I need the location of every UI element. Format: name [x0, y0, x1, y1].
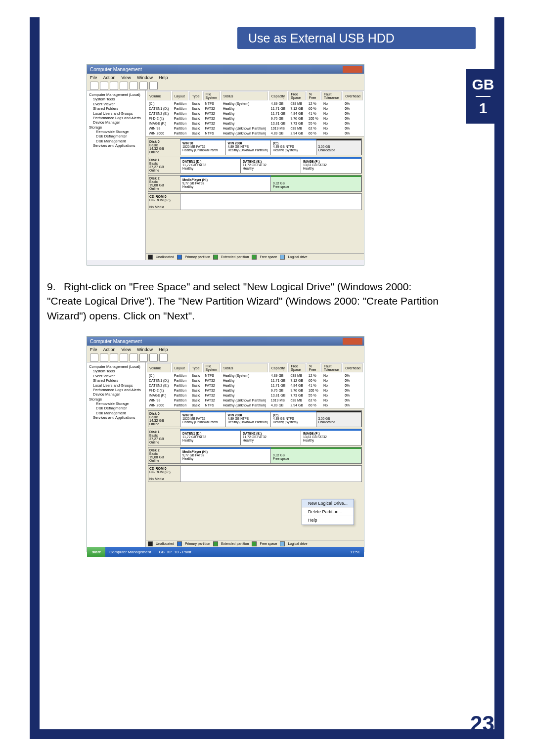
tree-node: Disk Management [89, 139, 143, 143]
screenshot-disk-management-1: Computer Management FileActionViewWindow… [87, 64, 364, 266]
volume-list-table: VolumeLayoutTypeFile SystemStatusCapacit… [146, 362, 364, 408]
window-titlebar: Computer Management [87, 65, 364, 74]
table-row: (C:)PartitionBasicNTFSHealthy (System)4,… [147, 101, 363, 105]
tree-node: Shared Folders [89, 378, 143, 383]
partition-block: WIN 981020 MB FAT32Healthy (Unknown Part… [180, 139, 226, 155]
tree-node: Services and Applications [89, 415, 143, 420]
table-row: IMAGE (F:)PartitionBasicFAT32Healthy13,8… [147, 121, 363, 125]
table-row: FI-D-2 (I:)PartitionBasicFAT32Healthy9,7… [147, 388, 363, 392]
partition-block: IMAGE (F:)13,83 GB FAT32Healthy [301, 157, 361, 173]
screenshot-disk-management-2: Computer Management FileActionViewWindow… [87, 336, 364, 552]
partition-block: 9,32 GBFree space [271, 447, 361, 463]
disk-row: Disk 2Basic19,08 GBOnlineMediaPlayer (H:… [148, 175, 362, 192]
column-header: Status [221, 91, 268, 100]
partition-block: 9,32 GBFree space [271, 176, 361, 191]
tree-node: Storage [89, 397, 143, 401]
column-header: Layout [172, 363, 189, 372]
taskbar-app: GB_XP_10 - Paint [155, 550, 195, 554]
disk-row: Disk 2Basic19,08 GBOnlineMediaPlayer (H:… [148, 447, 362, 464]
legend-label: Free space [260, 542, 277, 545]
table-row: FI-D-2 (I:)PartitionBasicFAT32Healthy9,7… [147, 116, 363, 120]
table-row: DATEN2 (E:)PartitionBasicFAT32Healthy11,… [147, 383, 363, 387]
menu-item: View [122, 75, 131, 80]
disk-row: Disk 0Basic14,32 GBOnlineWIN 981020 MB F… [148, 138, 362, 155]
tree-node: Removable Storage [89, 130, 143, 134]
context-menu-item: Delete Partition... [302, 508, 354, 516]
back-icon [90, 82, 98, 90]
column-header: File System [203, 363, 220, 372]
legend-label: Free space [260, 255, 277, 259]
menu-item: Window [137, 75, 153, 80]
partition-block: WIN 20004,89 GB NTFSHealthy (Unknown Par… [226, 411, 271, 427]
toolbar [87, 353, 364, 362]
toolbar-icon [130, 82, 138, 90]
page-number: 23 [470, 712, 494, 736]
tree-node: Disk Defragmenter [89, 406, 143, 410]
tree-node: Local Users and Groups [89, 383, 143, 388]
language-page-indicator: GB 1 [466, 69, 500, 124]
tree-node: Performance Logs and Alerts [89, 116, 143, 120]
toolbar-icon [120, 82, 128, 90]
window-titlebar: Computer Management [87, 337, 364, 346]
column-header: Fault Tolerance [321, 91, 342, 100]
column-header: Overhead [343, 91, 363, 100]
context-menu-item: Help [302, 516, 354, 525]
partition-block: (C:)4,89 GB NTFSHealthy (System) [271, 139, 316, 155]
legend-label: Unallocated [156, 542, 174, 545]
tree-node: Shared Folders [89, 106, 143, 111]
column-header: Type [189, 363, 202, 372]
cdrom-row: CD-ROM 0CD-ROM (G:)No Media [148, 465, 362, 482]
legend-label: Extended partition [221, 542, 249, 545]
partition-legend: UnallocatedPrimary partitionExtended par… [146, 253, 364, 260]
table-row: WIN 98PartitionBasicFAT32Healthy (Unknow… [147, 398, 363, 402]
tree-node: Services and Applications [89, 143, 143, 148]
section-header: Use as External USB HDD [237, 27, 476, 49]
toolbar-icon [159, 354, 168, 362]
tree-node: Performance Logs and Alerts [89, 388, 143, 392]
legend-label: Extended partition [221, 255, 249, 259]
toolbar-icon [149, 354, 158, 362]
table-row: (C:)PartitionBasicNTFSHealthy (System)4,… [147, 373, 363, 377]
toolbar-icon [110, 354, 118, 362]
table-row: WIN 2000PartitionBasicNTFSHealthy (Unkno… [147, 403, 363, 407]
menu-item: Action [103, 347, 116, 352]
start-button: start [87, 547, 105, 557]
partition-block: 3,55 GBUnallocated [316, 139, 362, 155]
disk-graphical-view: Disk 0Basic14,32 GBOnlineWIN 981020 MB F… [146, 408, 364, 540]
column-header: Volume [147, 363, 171, 372]
column-header: Free Space [288, 91, 305, 100]
partition-block: 3,55 GBUnallocated [316, 411, 362, 427]
tree-node: Device Manager [89, 120, 143, 125]
partition-block: MediaPlayer (H:)9,77 GB FAT32Healthy [180, 447, 271, 463]
partition-block: DATEN1 (D:)11,72 GB FAT32Healthy [180, 157, 241, 173]
toolbar [87, 81, 364, 90]
column-header: % Free [307, 363, 320, 372]
fwd-icon [100, 354, 108, 362]
legend-label: Primary partition [185, 542, 210, 545]
tree-node: Device Manager [89, 392, 143, 397]
tree-node: Storage [89, 125, 143, 130]
legend-label: Logical drive [288, 542, 307, 545]
tree-node: Disk Management [89, 411, 143, 415]
column-header: Free Space [288, 363, 305, 372]
partition-block: WIN 981020 MB FAT32Healthy (Unknown Part… [180, 411, 226, 427]
toolbar-icon [130, 354, 138, 362]
column-header: Capacity [269, 363, 288, 372]
tree-node: Computer Management (Local) [89, 364, 143, 369]
context-menu: New Logical Drive...Delete Partition...H… [302, 499, 354, 525]
disk-row: Disk 1Basic37,27 GBOnlineDATEN1 (D:)11,7… [148, 429, 362, 445]
cdrom-row: CD-ROM 0CD-ROM (G:)No Media [148, 193, 362, 210]
tree-node: Disk Defragmenter [89, 134, 143, 138]
partition-block: (C:)4,89 GB NTFSHealthy (System) [271, 411, 316, 427]
menu-bar: FileActionViewWindowHelp [87, 74, 364, 81]
menu-item: File [90, 347, 97, 352]
taskbar-app: Computer Management [105, 550, 155, 554]
navigation-tree: Computer Management (Local)System ToolsE… [87, 90, 146, 260]
tree-node: Event Viewer [89, 102, 143, 106]
column-header: Fault Tolerance [321, 363, 342, 372]
partition-block: WIN 20004,89 GB NTFSHealthy (Unknown Par… [226, 139, 271, 155]
tree-node: Removable Storage [89, 401, 143, 406]
column-header: File System [203, 91, 220, 100]
window-buttons-icon [343, 338, 362, 345]
menu-bar: FileActionViewWindowHelp [87, 346, 364, 353]
